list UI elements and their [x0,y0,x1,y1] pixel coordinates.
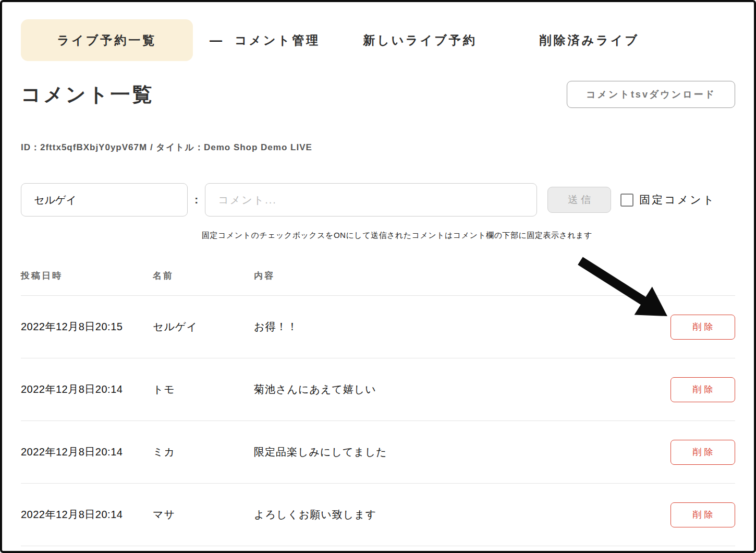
cell-content: 菊池さんにあえて嬉しい [254,382,667,396]
commenter-name-input[interactable] [21,183,188,217]
tab-label: ライブ予約一覧 [57,32,157,49]
delete-button[interactable]: 削除 [670,502,735,527]
form-colon: : [194,193,198,207]
pinned-comment-helper-text: 固定コメントのチェックボックスをONにして送信されたコメントはコメント欄の下部に… [202,231,735,241]
comment-form: : 送信 固定コメント [21,183,735,217]
pinned-comment-label[interactable]: 固定コメント [639,193,715,207]
tab-live-reservation-list[interactable]: ライブ予約一覧 [21,19,193,61]
header-content: 内容 [254,270,667,282]
cell-name: トモ [153,382,254,396]
cell-posted-at: 2022年12月8日20:14 [21,508,153,522]
delete-button[interactable]: 削除 [670,377,735,402]
delete-button[interactable]: 削除 [670,315,735,340]
tab-new-live-reservation[interactable]: 新しいライブ予約 [363,32,477,49]
cell-posted-at: 2022年12月8日20:14 [21,382,153,396]
tab-comment-management[interactable]: コメント管理 [235,32,320,49]
comments-table: 投稿日時 名前 内容 2022年12月8日20:15 セルゲイ お得！！ 削除 … [21,266,735,546]
header-posted-at: 投稿日時 [21,270,153,282]
page-frame: ライブ予約一覧 — コメント管理 新しいライブ予約 削除済みライブ コメント一覧… [0,0,756,553]
cell-posted-at: 2022年12月8日20:14 [21,445,153,459]
table-row: 2022年12月8日20:14 ミカ 限定品楽しみにしてました 削除 [21,421,735,484]
cell-content: お得！！ [254,320,667,334]
cell-name: ミカ [153,445,254,459]
comment-text-input[interactable] [205,183,537,217]
delete-button[interactable]: 削除 [670,440,735,465]
cell-content: 限定品楽しみにしてました [254,445,667,459]
send-button[interactable]: 送信 [547,187,611,213]
table-row: 2022年12月8日20:14 トモ 菊池さんにあえて嬉しい 削除 [21,358,735,421]
comment-tsv-download-button[interactable]: コメントtsvダウンロード [567,81,735,108]
cell-name: セルゲイ [153,320,254,334]
table-header-row: 投稿日時 名前 内容 [21,266,735,296]
tab-deleted-lives[interactable]: 削除済みライブ [540,32,639,49]
page-title: コメント一覧 [21,81,154,108]
title-row: コメント一覧 コメントtsvダウンロード [21,81,735,108]
table-row: 2022年12月8日20:14 マサ よろしくお願い致します 削除 [21,484,735,546]
cell-posted-at: 2022年12月8日20:15 [21,320,153,334]
pinned-comment-checkbox[interactable] [620,194,633,207]
top-tab-bar: ライブ予約一覧 — コメント管理 新しいライブ予約 削除済みライブ [21,19,735,61]
tab-separator-dash: — [210,33,222,47]
header-name: 名前 [153,270,254,282]
table-row: 2022年12月8日20:15 セルゲイ お得！！ 削除 [21,296,735,358]
live-id-title-meta: ID：2fttx5qfBXbjY0ypV67M / タイトル：Demo Shop… [21,141,735,153]
cell-content: よろしくお願い致します [254,508,667,522]
cell-name: マサ [153,508,254,522]
